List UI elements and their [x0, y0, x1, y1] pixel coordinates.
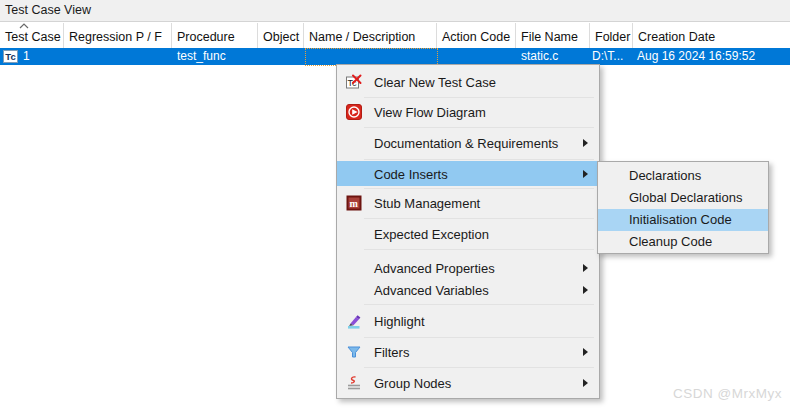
menu-item-filters[interactable]: Filters: [337, 338, 599, 366]
highlighter-icon: [346, 313, 362, 329]
column-header-action-code[interactable]: Action Code: [437, 23, 516, 48]
menu-item-clear-new-test-case[interactable]: Tc Clear New Test Case: [337, 68, 599, 96]
cell-folder: D:\T...: [592, 48, 623, 65]
menu-separator: [364, 159, 594, 160]
column-header-test-case[interactable]: Test Case: [0, 23, 64, 48]
menu-item-advanced-properties[interactable]: Advanced Properties: [337, 257, 599, 279]
watermark-text: CSDN @MrxMyx: [673, 386, 782, 401]
menu-item-code-inserts[interactable]: Code Inserts: [337, 161, 599, 186]
menu-item-stub-management[interactable]: m Stub Management: [337, 189, 599, 217]
menu-item-view-flow-diagram[interactable]: View Flow Diagram: [337, 98, 599, 126]
submenu-arrow-icon: [583, 170, 588, 178]
submenu-item-declarations[interactable]: Declarations: [598, 165, 768, 187]
panel-titlebar: Test Case View: [0, 0, 790, 22]
submenu-item-global-declarations[interactable]: Global Declarations: [598, 187, 768, 209]
context-menu: Tc Clear New Test Case View Flow Diagram…: [336, 64, 600, 399]
menu-item-highlight[interactable]: Highlight: [337, 307, 599, 335]
test-case-badge-icon: Tc: [3, 50, 18, 63]
menu-separator: [364, 249, 594, 250]
group-nodes-icon: [346, 375, 362, 391]
panel-title: Test Case View: [5, 0, 91, 21]
column-header-object[interactable]: Object: [258, 23, 304, 48]
submenu-arrow-icon: [583, 264, 588, 272]
submenu-arrow-icon: [583, 348, 588, 356]
cell-creation-date: Aug 16 2024 16:59:52: [637, 48, 755, 65]
submenu-arrow-icon: [583, 139, 588, 147]
stub-management-icon: m: [346, 195, 362, 211]
submenu-arrow-icon: [583, 379, 588, 387]
submenu-item-cleanup-code[interactable]: Cleanup Code: [598, 231, 768, 253]
code-inserts-submenu: Declarations Global Declarations Initial…: [597, 161, 769, 254]
svg-text:m: m: [349, 198, 358, 209]
submenu-arrow-icon: [583, 286, 588, 294]
sort-ascending-icon: [19, 23, 29, 29]
column-header-regression[interactable]: Regression P / F: [64, 23, 172, 48]
menu-item-documentation-requirements[interactable]: Documentation & Requirements: [337, 128, 599, 158]
column-header-file-name[interactable]: File Name: [516, 23, 590, 48]
cell-file-name: static.c: [521, 48, 558, 65]
filter-icon: [346, 344, 362, 360]
cell-test-case: 1: [23, 48, 30, 65]
menu-item-expected-exception[interactable]: Expected Exception: [337, 219, 599, 248]
menu-separator: [364, 304, 594, 305]
column-header-name-description[interactable]: Name / Description: [304, 23, 437, 48]
table-header-row: Test Case Regression P / F Procedure Obj…: [0, 23, 790, 48]
flow-diagram-icon: [346, 104, 362, 120]
menu-item-advanced-variables[interactable]: Advanced Variables: [337, 279, 599, 301]
column-header-procedure[interactable]: Procedure: [172, 23, 258, 48]
test-case-view-window: Test Case View Test Case Regression P / …: [0, 0, 790, 411]
column-header-folder[interactable]: Folder: [590, 23, 633, 48]
cell-procedure: test_func: [177, 48, 226, 65]
menu-item-group-nodes[interactable]: Group Nodes: [337, 368, 599, 397]
clear-test-case-icon: Tc: [346, 74, 362, 90]
column-header-creation-date[interactable]: Creation Date: [633, 23, 790, 48]
submenu-item-initialisation-code[interactable]: Initialisation Code: [598, 209, 768, 231]
